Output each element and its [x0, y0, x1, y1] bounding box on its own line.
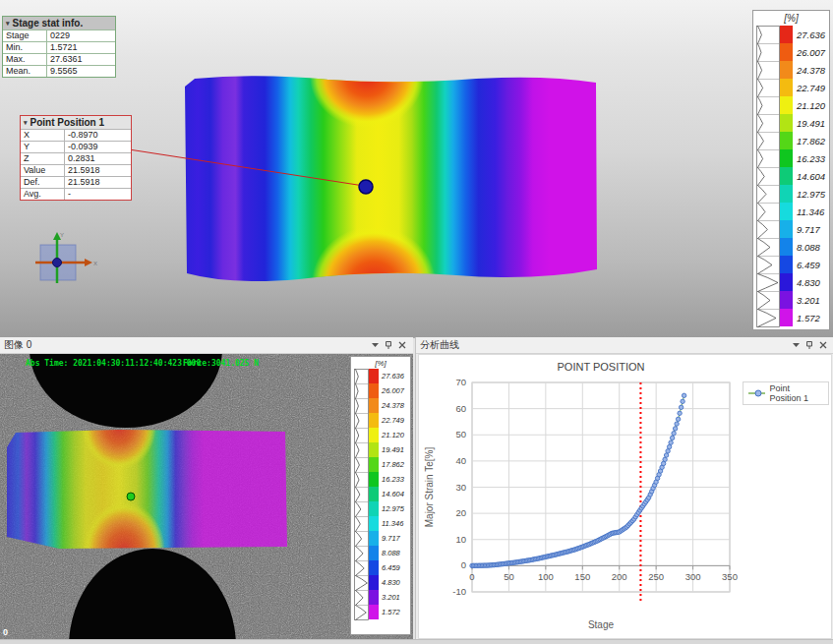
panel-menu-icon[interactable]	[368, 339, 382, 351]
colorbar-value: 14.604	[793, 167, 825, 185]
curve-panel-title: 分析曲线	[420, 338, 789, 352]
table-row: Avg.-	[21, 188, 131, 200]
curve-panel-titlebar[interactable]: 分析曲线	[416, 337, 833, 354]
colorbar-value: 16.233	[793, 149, 825, 167]
color-band	[780, 273, 793, 291]
dic-analysis-window: ▾ Stage stat info. Stage0229Min.1.5721Ma…	[0, 0, 833, 644]
color-band	[369, 501, 379, 516]
color-band	[780, 238, 793, 256]
row-value: -	[65, 189, 131, 200]
force-osd: Force:3041.025 N	[183, 359, 259, 368]
colorbar-value: 27.636	[793, 26, 825, 43]
color-band	[780, 309, 793, 326]
chart-legend[interactable]: Point Position 1	[743, 381, 829, 405]
colorbar-value: 3.201	[793, 291, 825, 309]
colorbar-labels: 27.63626.00724.37822.74921.12019.49117.8…	[379, 369, 404, 619]
row-value: 21.5918	[65, 177, 131, 188]
color-band	[369, 383, 379, 398]
colorbar-value: 11.346	[793, 203, 825, 220]
image-panel-title: 图像 0	[4, 338, 368, 352]
colorbar-value: 21.120	[793, 96, 825, 114]
curve-panel: 分析曲线 POINT POSITION-10010203040506070050…	[415, 337, 833, 639]
colorbar-value: 9.717	[379, 531, 404, 546]
table-row: Min.1.5721	[3, 41, 115, 53]
svg-text:30: 30	[455, 482, 466, 493]
colorbar-value: 19.491	[379, 442, 404, 457]
colorbar-value: 4.830	[379, 575, 404, 590]
measurement-point-marker[interactable]	[359, 180, 373, 194]
colorbar-value: 11.346	[379, 516, 404, 531]
collapse-icon[interactable]: ▾	[6, 17, 10, 29]
colorbar-value: 19.491	[793, 114, 825, 132]
row-label: Z	[21, 153, 65, 164]
colorbar-bands	[780, 26, 793, 326]
pin-icon[interactable]	[382, 339, 395, 351]
color-band	[369, 575, 379, 590]
stage-stats-rows: Stage0229Min.1.5721Max.27.6361Mean.9.556…	[3, 29, 115, 77]
svg-text:350: 350	[722, 571, 738, 582]
color-band	[369, 428, 379, 442]
colorbar-value: 8.088	[379, 546, 404, 560]
legend-marker-icon	[748, 389, 765, 397]
svg-text:POINT POSITION: POINT POSITION	[557, 361, 644, 373]
abs-time-osd: Abs Time: 2021:04:30:11:12:40:423:000	[26, 359, 201, 368]
row-label: Stage	[3, 30, 47, 41]
panel-menu-icon[interactable]	[789, 339, 803, 351]
triad-cube	[40, 245, 76, 280]
row-value: 9.5565	[47, 66, 115, 77]
color-band	[780, 149, 793, 167]
colorbar-value: 24.378	[793, 61, 825, 79]
coordinate-triad[interactable]: Y X	[22, 230, 100, 293]
row-label: Mean.	[3, 66, 47, 77]
color-band	[369, 398, 379, 413]
color-band	[369, 516, 379, 531]
svg-text:250: 250	[648, 571, 664, 582]
row-value: 0.2831	[65, 153, 131, 164]
close-icon[interactable]	[816, 339, 830, 351]
colorbar-value: 22.749	[379, 413, 404, 428]
stage-stats-header[interactable]: ▾ Stage stat info.	[3, 17, 115, 29]
colorbar-value: 17.862	[793, 132, 825, 149]
colorbar-value: 6.459	[793, 256, 825, 273]
x-axis-label: X	[93, 261, 97, 266]
svg-text:20: 20	[455, 507, 466, 518]
table-row: Max.27.6361	[3, 53, 115, 65]
row-value: 21.5918	[65, 165, 131, 176]
color-band	[780, 291, 793, 309]
table-row: Stage0229	[3, 29, 115, 41]
color-band	[780, 132, 793, 149]
svg-text:50: 50	[455, 429, 466, 439]
color-band	[369, 531, 379, 546]
close-icon[interactable]	[395, 339, 409, 351]
point-position-header[interactable]: ▾ Point Position 1	[21, 116, 131, 129]
leader-line	[129, 149, 364, 186]
row-value: 0229	[47, 30, 115, 41]
colorbar-value: 12.975	[379, 501, 404, 516]
specimen-contour	[181, 73, 600, 289]
strain-3d-viewport[interactable]: ▾ Stage stat info. Stage0229Min.1.5721Ma…	[0, 0, 833, 338]
strain-chart[interactable]: POINT POSITION-1001020304050607005010015…	[418, 354, 832, 639]
svg-text:200: 200	[612, 571, 627, 582]
color-band	[369, 457, 379, 472]
color-band	[780, 61, 793, 79]
color-band	[369, 442, 379, 457]
tracked-point-marker[interactable]	[127, 493, 135, 500]
colorbar-value: 16.233	[379, 472, 404, 487]
svg-text:60: 60	[455, 403, 466, 414]
color-band	[780, 96, 793, 114]
row-label: Min.	[3, 42, 47, 53]
svg-text:100: 100	[538, 571, 554, 582]
table-row: Value21.5918	[21, 164, 131, 176]
colorbar-value: 8.088	[793, 238, 825, 256]
camera-image[interactable]: Abs Time: 2021:04:30:11:12:40:423:000 Fo…	[0, 354, 413, 639]
pin-icon[interactable]	[803, 339, 816, 351]
colorbar-value: 14.604	[379, 487, 404, 501]
colorbar-value: 21.120	[379, 428, 404, 442]
collapse-icon[interactable]: ▾	[24, 116, 28, 129]
row-label: Def.	[21, 177, 65, 188]
image-panel-titlebar[interactable]: 图像 0	[0, 337, 413, 354]
strain-histogram	[756, 26, 780, 328]
point-position-table: ▾ Point Position 1 X-0.8970Y-0.0939Z0.28…	[20, 115, 132, 201]
row-value: 1.5721	[47, 42, 115, 53]
row-value: -0.8970	[65, 130, 131, 141]
